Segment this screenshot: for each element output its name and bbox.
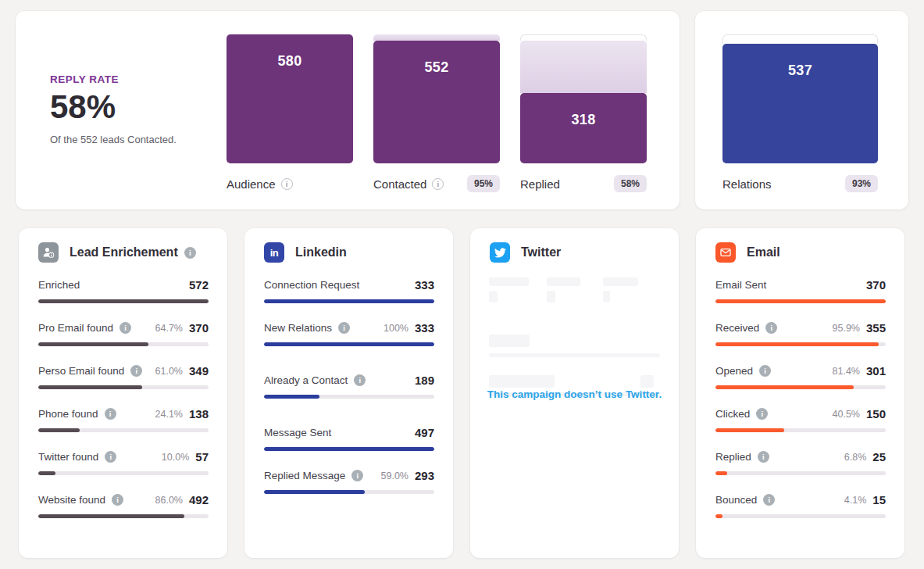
info-icon[interactable]: i: [338, 322, 350, 334]
bar-label-row: Contactedi95%: [373, 174, 500, 193]
stat-row-perso-email-found: Perso Email foundi61.0%349: [38, 364, 209, 389]
bar-segment-white: [722, 34, 878, 44]
info-icon[interactable]: i: [105, 408, 116, 420]
bar-label: Relations: [722, 177, 772, 191]
progress-track: [38, 299, 209, 303]
info-icon[interactable]: i: [765, 322, 777, 334]
row-value: 370: [866, 278, 886, 292]
progress-fill: [715, 299, 886, 303]
progress-fill: [264, 342, 434, 346]
row-percentage: 61.0%: [155, 366, 183, 377]
row-head: Already a Contacti189: [264, 374, 434, 387]
bar-value: 580: [227, 34, 353, 70]
info-icon[interactable]: i: [756, 408, 768, 420]
info-icon[interactable]: i: [112, 494, 123, 506]
info-icon[interactable]: i: [130, 365, 142, 377]
progress-track: [38, 342, 209, 346]
row-percentage: 4.1%: [844, 495, 867, 506]
row-label: Email Sent: [715, 279, 766, 291]
progress-fill: [715, 385, 854, 389]
progress-fill: [38, 385, 142, 389]
stat-row-new-relations: New Relationsi100%333: [264, 321, 434, 346]
row-head: Perso Email foundi61.0%349: [38, 364, 209, 378]
row-head: Website foundi86.0%492: [38, 493, 209, 506]
row-head: Connection Request333: [264, 278, 434, 292]
bar-segment-fill: 552: [373, 41, 500, 163]
info-icon[interactable]: i: [763, 494, 775, 506]
info-icon[interactable]: i: [354, 374, 366, 386]
card-title: Twitter: [521, 245, 561, 259]
info-icon[interactable]: i: [120, 322, 131, 334]
row-value: 301: [866, 364, 886, 378]
row-head: Bouncedi4.1%15: [715, 493, 886, 506]
progress-track: [715, 471, 886, 475]
row-value: 333: [415, 321, 434, 335]
relations-card: 537Relations93%: [695, 11, 908, 209]
bar-label: Replied: [520, 177, 560, 191]
reply-rate-label: REPLY RATE: [50, 73, 177, 85]
row-label: Clicked: [715, 408, 750, 420]
stat-row-opened: Openedi81.4%301: [715, 364, 886, 389]
row-label: Replied Message: [264, 470, 345, 481]
progress-track: [264, 395, 434, 399]
row-label: Replied: [715, 451, 751, 463]
info-icon[interactable]: i: [105, 451, 116, 463]
row-head: Receivedi95.9%355: [715, 321, 886, 335]
row-percentage: 95.9%: [833, 323, 860, 334]
progress-track: [38, 428, 209, 432]
progress-track: [264, 299, 434, 303]
row-value: 57: [195, 450, 209, 463]
row-label: Perso Email found: [38, 365, 124, 377]
bar-label-row: Audiencei: [227, 174, 353, 193]
skeleton-block: [489, 277, 529, 286]
row-label: Enriched: [38, 279, 80, 291]
reply-rate-summary: REPLY RATE 58% Of the 552 leads Contacte…: [50, 73, 177, 145]
stat-row-phone-found: Phone foundi24.1%138: [38, 407, 209, 432]
row-label: Bounced: [715, 494, 757, 506]
bar-segment-fill: 537: [722, 44, 878, 163]
skeleton-block: [489, 335, 530, 347]
stat-row-clicked: Clickedi40.5%150: [715, 407, 886, 432]
card-title: Linkedin: [295, 245, 347, 259]
row-label: Opened: [715, 365, 753, 377]
info-icon[interactable]: i: [758, 451, 769, 463]
progress-fill: [38, 342, 148, 346]
row-label: Twitter found: [38, 451, 98, 463]
row-head: Message Sent497: [264, 426, 434, 439]
skeleton-block: [547, 277, 580, 286]
stat-row-bounced: Bouncedi4.1%15: [715, 493, 886, 518]
stat-row-email-sent: Email Sent370: [715, 278, 886, 303]
info-icon[interactable]: i: [184, 247, 196, 259]
row-value: 492: [189, 493, 209, 506]
progress-track: [264, 447, 434, 451]
row-percentage: 81.4%: [833, 366, 860, 377]
row-label: Pro Email found: [38, 322, 113, 334]
bar-segment-fill: 580: [227, 34, 353, 163]
row-label: Website found: [38, 494, 105, 506]
info-icon[interactable]: i: [281, 178, 293, 190]
info-icon[interactable]: i: [432, 178, 444, 190]
row-value: 293: [415, 469, 434, 482]
row-value: 150: [866, 407, 886, 420]
bar-segment-light: [373, 34, 500, 41]
row-label: Message Sent: [264, 427, 331, 438]
stat-row-already-a-contact: Already a Contacti189: [264, 374, 434, 399]
linkedin-icon: in: [264, 242, 284, 263]
row-percentage: 40.5%: [833, 409, 860, 420]
row-head: Clickedi40.5%150: [715, 407, 886, 420]
info-icon[interactable]: i: [351, 470, 363, 481]
progress-fill: [715, 471, 727, 475]
row-value: 138: [189, 407, 209, 420]
row-value: 497: [415, 426, 434, 439]
info-icon[interactable]: i: [759, 365, 771, 377]
row-label: New Relations: [264, 322, 332, 334]
campaign-funnel-chart: 580Audiencei552Contactedi95%318Replied58…: [227, 34, 647, 193]
row-value: 349: [189, 364, 209, 378]
progress-track: [715, 428, 886, 432]
stat-row-replied: Repliedi6.8%25: [715, 450, 886, 475]
progress-track: [38, 471, 209, 475]
campaign-report-dashboard: REPLY RATE 58% Of the 552 leads Contacte…: [0, 0, 924, 569]
percentage-badge: 58%: [614, 175, 647, 192]
stat-row-pro-email-found: Pro Email foundi64.7%370: [38, 321, 209, 346]
skeleton-block: [489, 291, 498, 302]
